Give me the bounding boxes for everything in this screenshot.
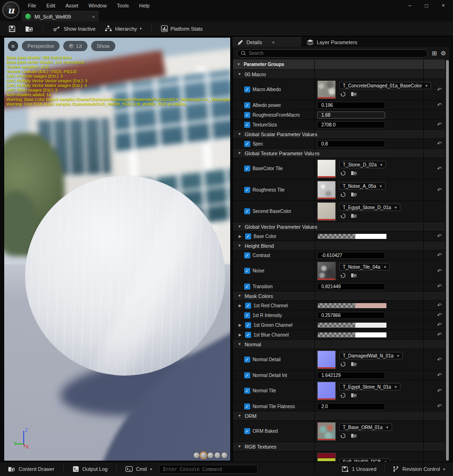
param-checkbox[interactable]: ✓	[244, 102, 250, 108]
texture-asset-select[interactable]: T_Stone_D_02a▾	[339, 161, 386, 168]
save-button[interactable]	[5, 23, 20, 35]
browse-to-asset-button[interactable]	[351, 192, 357, 198]
param-checkbox[interactable]: ✓	[245, 303, 251, 309]
cmd-selector-button[interactable]: Cmd ▾	[121, 464, 156, 474]
tab-details[interactable]: Details ×	[233, 37, 301, 47]
menu-tools[interactable]: Tools	[112, 1, 133, 10]
number-input[interactable]: 1.68	[317, 112, 385, 119]
preview-cylinder-button[interactable]	[193, 452, 200, 458]
color-swatch[interactable]	[317, 303, 387, 309]
reset-to-default-button[interactable]: ↶	[437, 357, 442, 363]
use-selected-asset-button[interactable]	[340, 91, 346, 97]
use-selected-asset-button[interactable]	[340, 392, 346, 398]
settings-gear-button[interactable]: ⚙	[440, 50, 446, 56]
reset-to-default-button[interactable]: ↶	[437, 140, 442, 147]
use-selected-asset-button[interactable]	[340, 433, 346, 439]
texture-asset-select[interactable]: T_Noise_Tile_04a▾	[339, 263, 390, 271]
texture-thumbnail[interactable]	[317, 181, 336, 199]
reset-to-default-button[interactable]: ↶	[437, 86, 442, 93]
param-checkbox[interactable]: ✓	[244, 165, 250, 172]
texture-thumbnail[interactable]	[317, 350, 336, 369]
number-input[interactable]: 0.196	[317, 102, 385, 109]
platform-stats-button[interactable]: Platform Stats	[157, 23, 207, 34]
browse-to-asset-button[interactable]	[351, 433, 357, 439]
browse-to-asset-button[interactable]	[351, 392, 357, 398]
menu-edit[interactable]: Edit	[42, 1, 60, 10]
menu-asset[interactable]: Asset	[61, 1, 83, 10]
browse-to-asset-button[interactable]	[21, 23, 37, 35]
param-checkbox[interactable]: ✓	[245, 332, 251, 338]
group-height-blend[interactable]: ▼ Height Blend	[233, 241, 445, 251]
param-checkbox[interactable]: ✓	[244, 252, 250, 258]
reset-to-default-button[interactable]: ↶	[437, 121, 442, 128]
number-input[interactable]: 1.642129	[317, 372, 385, 379]
param-checkbox[interactable]: ✓	[244, 268, 250, 274]
texture-thumbnail[interactable]	[317, 202, 336, 221]
param-checkbox[interactable]: ✓	[244, 187, 250, 193]
texture-thumbnail[interactable]	[317, 422, 336, 441]
reset-to-default-button[interactable]: ↶	[437, 302, 442, 309]
details-tab-close-icon[interactable]: ×	[272, 40, 275, 45]
param-checkbox[interactable]: ✓	[244, 372, 250, 378]
number-input[interactable]: 0.821449	[317, 283, 385, 290]
console-command-input[interactable]	[163, 467, 253, 472]
texture-thumbnail[interactable]	[317, 80, 336, 99]
reset-to-default-button[interactable]: ↶	[437, 388, 442, 394]
search-box[interactable]	[237, 49, 428, 58]
group-global-vector[interactable]: ▼ Global Vector Parameter Values	[233, 222, 445, 231]
param-checkbox[interactable]: ✓	[244, 112, 250, 118]
hierarchy-button[interactable]: Hierarchy ▾	[101, 23, 145, 34]
param-checkbox[interactable]: ✓	[244, 428, 250, 434]
console-command-box[interactable]	[159, 465, 258, 474]
caret-right-icon[interactable]: ▶	[239, 304, 243, 308]
scrollbar-thumb[interactable]	[446, 60, 449, 461]
param-checkbox[interactable]: ✓	[244, 86, 250, 93]
preview-plane-button[interactable]	[207, 452, 213, 458]
browse-to-asset-button[interactable]	[351, 361, 357, 367]
param-checkbox[interactable]: ✓	[244, 312, 250, 318]
caret-right-icon[interactable]: ▶	[239, 234, 243, 238]
param-checkbox[interactable]: ✓	[245, 322, 251, 328]
texture-asset-select[interactable]: T_DamagedWall_N_01a▾	[339, 352, 403, 359]
number-input[interactable]: 2.0	[317, 403, 385, 410]
group-normal[interactable]: ▼ Normal	[233, 340, 445, 349]
reset-to-default-button[interactable]: ↶	[437, 187, 442, 193]
reset-to-default-button[interactable]: ↶	[437, 403, 442, 410]
group-00-macro[interactable]: ▼ 00.Macro	[233, 70, 445, 79]
use-selected-asset-button[interactable]	[340, 361, 346, 367]
color-swatch[interactable]	[317, 233, 387, 239]
close-button[interactable]: ×	[436, 1, 450, 10]
viewport-options-button[interactable]: ≡	[8, 41, 18, 51]
param-checkbox[interactable]: ✓	[244, 141, 250, 147]
perspective-button[interactable]: Perspective	[22, 41, 60, 51]
search-input[interactable]	[249, 51, 424, 56]
reset-to-default-button[interactable]: ↶	[437, 322, 442, 328]
reset-to-default-button[interactable]: ↶	[437, 312, 442, 318]
group-global-texture[interactable]: ▼ Global Texture Parameter Values	[233, 149, 445, 158]
preview-custom-mesh-button[interactable]	[221, 452, 227, 458]
menu-file[interactable]: File	[23, 1, 41, 10]
group-rgb-textures[interactable]: ▼ RGB Textures	[233, 442, 445, 451]
color-swatch[interactable]	[317, 332, 387, 338]
texture-asset-select[interactable]: T_Egypt_Stone_N_01a▾	[339, 383, 400, 390]
reset-to-default-button[interactable]: ↶	[437, 233, 442, 239]
group-orm[interactable]: ▼ ORM	[233, 411, 445, 421]
texture-asset-select[interactable]: T_Egypt_Stone_D_01a▾	[339, 204, 400, 211]
browse-to-asset-button[interactable]	[351, 91, 357, 97]
content-drawer-button[interactable]: Content Drawer	[4, 463, 59, 475]
number-input[interactable]: 0.8	[317, 140, 385, 147]
group-global-scalar[interactable]: ▼ Global Scalar Parameter Values	[233, 130, 445, 139]
reset-to-default-button[interactable]: ↶	[437, 283, 442, 290]
texture-thumbnail[interactable]	[317, 382, 336, 400]
revision-control-button[interactable]: Revision Control ▾	[388, 463, 449, 475]
texture-asset-select[interactable]: T_Base_ORM_01a▾	[339, 423, 392, 431]
texture-thumbnail[interactable]	[317, 159, 336, 178]
number-input[interactable]: -0.610427	[317, 252, 385, 259]
param-checkbox[interactable]: ✓	[244, 388, 250, 394]
use-selected-asset-button[interactable]	[340, 213, 346, 219]
param-checkbox[interactable]: ✓	[244, 357, 250, 363]
texture-thumbnail[interactable]	[317, 262, 336, 280]
tab-close-icon[interactable]: ×	[92, 14, 95, 20]
show-inactive-button[interactable]: Show Inactive	[49, 23, 99, 34]
menu-help[interactable]: Help	[134, 1, 154, 10]
